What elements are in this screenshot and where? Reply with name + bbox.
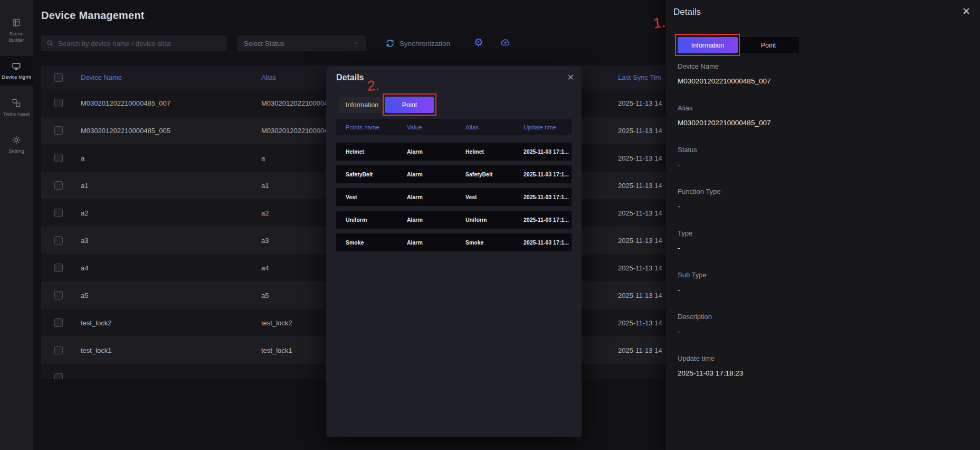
cell-device-name: a <box>81 154 261 162</box>
header-cell-value: Value <box>407 124 465 130</box>
modal-close-icon[interactable]: ✕ <box>567 72 574 82</box>
field-function-type: Function Type - <box>678 188 968 210</box>
cell-last-sync: 2025-11-13 14 <box>618 264 666 272</box>
cell-alias: Uniform <box>465 217 524 223</box>
cloud-upload-button[interactable] <box>499 38 511 48</box>
cell-alias: Smoke <box>465 239 524 246</box>
field-label: Device Name <box>678 62 968 70</box>
cell-last-sync: 2025-11-13 14 <box>618 99 666 107</box>
row-checkbox[interactable] <box>54 291 63 299</box>
cell-value: Alarm <box>407 171 465 177</box>
gear-icon: ⚙ <box>474 36 483 48</box>
field-alias: Alias M030201202210000485_007 <box>678 104 968 127</box>
cell-last-sync: 2025-11-13 14 <box>618 154 666 162</box>
cell-value: Alarm <box>407 239 465 246</box>
panel-tabs: Information Point <box>678 37 799 53</box>
field-update-time: Update time 2025-11-03 17:18:23 <box>678 354 968 377</box>
field-label: Type <box>678 229 968 237</box>
row-checkbox[interactable] <box>54 346 63 354</box>
cell-last-sync: 2025-11-13 14 <box>618 209 666 217</box>
page-title: Device Management <box>41 10 145 22</box>
field-label: Sub Type <box>678 271 968 279</box>
cell-points-name: Helmet <box>336 148 407 155</box>
cell-device-name: a4 <box>81 264 261 272</box>
row-checkbox[interactable] <box>54 264 63 272</box>
search-input[interactable] <box>58 40 221 48</box>
points-table-header: Points name Value Alias Update time <box>336 119 572 135</box>
sidebar-item-setting[interactable]: Setting <box>0 130 33 160</box>
header-cell-device-name: Device Name <box>81 73 261 81</box>
cell-device-name: M030201202210000485_005 <box>81 127 261 135</box>
synchronization-button[interactable]: Synchronization <box>385 35 450 51</box>
cell-points-name: Smoke <box>336 239 407 246</box>
cell-device-name: a1 <box>81 182 261 190</box>
field-label: Update time <box>678 354 968 362</box>
field-status: Status - <box>678 146 968 168</box>
setting-gear-icon <box>12 135 21 145</box>
cell-device-name: test_lock2 <box>81 319 261 327</box>
field-type: Type - <box>678 229 968 252</box>
row-checkbox[interactable] <box>54 154 63 162</box>
sidebar-item-label: Scene Builder <box>1 31 32 43</box>
row-checkbox[interactable] <box>54 99 63 107</box>
cell-update-time: 2025-11-03 17:1... <box>524 217 572 223</box>
panel-close-icon[interactable]: ✕ <box>962 5 971 17</box>
cell-device-name: a5 <box>81 292 261 299</box>
field-description: Description - <box>678 313 968 335</box>
sidebar-item-label: Device Mgmt <box>2 74 31 80</box>
status-select[interactable]: Select Status <box>237 35 366 51</box>
panel-tab-point[interactable]: Point <box>738 37 799 53</box>
field-label: Function Type <box>678 188 968 195</box>
twins-asset-icon <box>12 98 21 108</box>
points-row: Vest Alarm Vest 2025-11-03 17:1... <box>336 188 572 206</box>
cell-update-time: 2025-11-03 17:1... <box>524 239 572 246</box>
device-search <box>41 35 226 51</box>
field-value: - <box>678 161 968 168</box>
scene-builder-icon <box>12 18 21 27</box>
row-checkbox[interactable] <box>54 209 63 217</box>
header-cell-alias: Alias <box>465 124 524 130</box>
settings-gear-button[interactable]: ⚙ <box>474 37 483 48</box>
cell-last-sync: 2025-11-13 14 <box>618 346 666 354</box>
modal-title: Details <box>336 73 364 82</box>
cell-device-name: a3 <box>81 237 261 245</box>
sidebar-item-device-mgmt[interactable]: Device Mgmt <box>0 56 33 86</box>
points-row: Smoke Alarm Smoke 2025-11-03 17:1... <box>336 233 572 251</box>
row-checkbox[interactable] <box>54 318 63 327</box>
cell-value: Alarm <box>407 194 465 200</box>
cell-device-name: a2 <box>81 209 261 217</box>
field-device-name: Device Name M030201202210000485_007 <box>678 62 968 85</box>
modal-tab-point[interactable]: Point <box>385 97 434 113</box>
field-value: M030201202210000485_007 <box>678 119 968 127</box>
sidebar-item-scene-builder[interactable]: Scene Builder <box>0 13 33 49</box>
sidebar-item-label: Twins Asset <box>3 111 30 117</box>
cell-last-sync: 2025-11-13 14 <box>618 292 666 299</box>
device-detail-fields: Device Name M030201202210000485_007 Alia… <box>678 62 968 396</box>
field-label: Status <box>678 146 968 154</box>
cell-last-sync: 2025-11-13 14 <box>618 182 666 190</box>
select-all-checkbox[interactable] <box>54 73 63 82</box>
header-cell-points-name: Points name <box>336 124 407 130</box>
cell-device-name: test_lock1 <box>81 346 261 354</box>
row-checkbox[interactable] <box>54 126 63 135</box>
cell-alias: SafetyBelt <box>465 171 524 177</box>
cell-update-time: 2025-11-03 17:1... <box>524 171 572 177</box>
row-checkbox[interactable] <box>54 236 63 245</box>
cell-last-sync: 2025-11-13 14 <box>618 319 666 327</box>
details-modal: Details ✕ Information Point 2. Points na… <box>326 66 582 437</box>
modal-tab-information[interactable]: Information <box>339 97 385 113</box>
sidebar: Scene Builder Device Mgmt Twins Asset Se… <box>0 0 33 450</box>
cell-device-name: M030201202210000485_007 <box>81 99 261 107</box>
row-checkbox[interactable] <box>54 181 63 190</box>
field-value: - <box>678 327 968 335</box>
synchronization-label: Synchronization <box>399 40 450 48</box>
field-sub-type: Sub Type - <box>678 271 968 294</box>
cell-update-time: 2025-11-03 17:1... <box>524 148 572 155</box>
panel-tab-information[interactable]: Information <box>678 37 738 53</box>
row-checkbox[interactable] <box>54 373 63 379</box>
sidebar-item-twins-asset[interactable]: Twins Asset <box>0 93 33 123</box>
cell-alias: Helmet <box>465 148 524 155</box>
field-label: Description <box>678 313 968 321</box>
points-row: Helmet Alarm Helmet 2025-11-03 17:1... <box>336 143 572 161</box>
annotation-step-2: 2. <box>367 77 380 95</box>
